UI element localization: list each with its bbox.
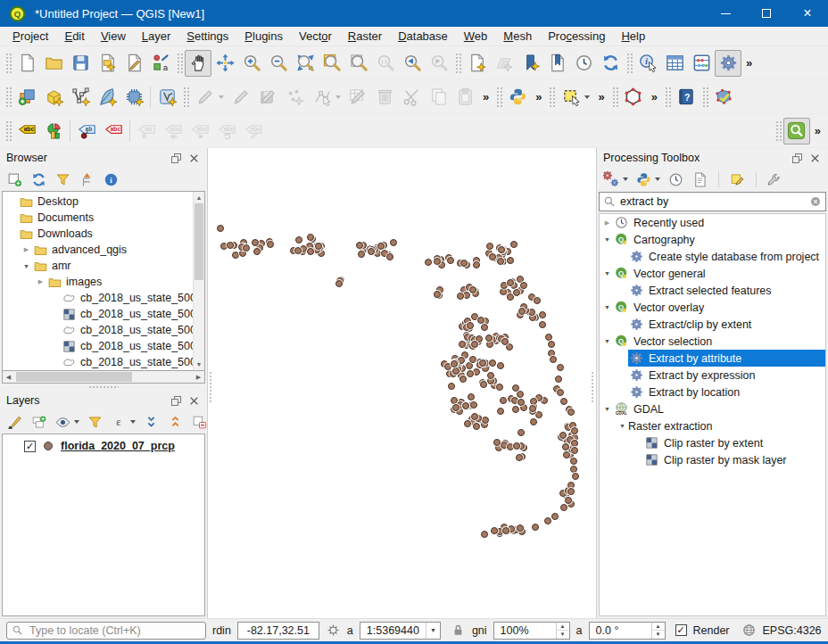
zoom-full-button[interactable] <box>292 50 319 77</box>
algorithm-item[interactable]: ▼QVector selection <box>600 333 825 350</box>
new-geopackage-button[interactable] <box>40 84 67 111</box>
python-console-button[interactable] <box>504 84 531 111</box>
chevron-down-icon[interactable]: ▼ <box>601 304 613 310</box>
zoom-to-layer-button[interactable] <box>345 50 372 77</box>
show-layout-manager-button[interactable] <box>120 50 147 77</box>
chevron-down-icon[interactable]: ▼ <box>617 423 628 429</box>
filter-browser-button[interactable] <box>54 171 71 188</box>
algorithm-item[interactable]: Extract by expression <box>600 367 825 384</box>
render-checkbox[interactable]: ✓ <box>675 624 687 636</box>
new-temporary-scratch-layer-button[interactable] <box>120 84 147 111</box>
algorithm-item[interactable]: ▼Raster extraction <box>600 417 825 434</box>
options-button[interactable] <box>766 171 783 188</box>
scroll-right-arrow-icon[interactable]: ▶ <box>193 374 204 381</box>
browser-item[interactable]: ▶images <box>3 274 204 290</box>
layer-item[interactable]: ✓ florida_2020_07_prcp <box>3 437 204 455</box>
dock-splitter-grip[interactable] <box>209 371 213 403</box>
menu-item-database[interactable]: Database <box>390 29 456 44</box>
layer-labeling-button[interactable]: abc <box>13 118 40 144</box>
browser-item[interactable]: cb_2018_us_state_500k.shp <box>3 290 204 306</box>
chevron-right-icon[interactable]: ▶ <box>35 278 46 285</box>
add-selected-layer-button[interactable] <box>6 171 23 188</box>
new-map-view-button[interactable] <box>463 50 490 77</box>
refresh-map-button[interactable] <box>597 50 624 77</box>
chevron-down-icon[interactable]: ▼ <box>21 263 32 269</box>
new-geojson-button[interactable] <box>94 84 120 111</box>
toolbar-handle[interactable] <box>454 52 461 75</box>
magnifier-spinbox[interactable]: 100% ▲▼ <box>493 622 570 640</box>
chevron-down-icon[interactable] <box>584 95 590 99</box>
toolbar-handle[interactable] <box>611 86 618 109</box>
browser-vertical-scrollbar[interactable]: ▲ ▼ <box>193 192 204 370</box>
save-project-button[interactable] <box>67 50 94 77</box>
properties-widget-button[interactable]: i <box>103 171 120 188</box>
chevron-down-icon[interactable] <box>335 95 341 99</box>
new-virtual-layer-button[interactable] <box>153 84 180 111</box>
osm-place-search-button[interactable] <box>783 118 810 144</box>
processing-toolbox-button[interactable] <box>715 50 741 77</box>
browser-item[interactable]: cb_2018_us_state_500k.shp.e <box>3 322 204 338</box>
menu-item-project[interactable]: Project <box>4 29 56 44</box>
crs-value[interactable]: EPSG:4326 <box>763 624 822 637</box>
new-print-layout-button[interactable] <box>94 50 120 77</box>
browser-item[interactable]: Downloads <box>3 226 204 242</box>
chevron-down-icon[interactable] <box>130 420 136 424</box>
algorithm-item[interactable]: Extract by location <box>600 384 825 400</box>
algorithm-item[interactable]: ▼QCartography <box>600 231 825 248</box>
chevron-down-icon[interactable] <box>655 178 660 181</box>
algorithm-item-selected[interactable]: Extract by attribute <box>600 350 825 367</box>
locator-input[interactable] <box>28 623 201 638</box>
browser-item[interactable]: Desktop <box>3 194 204 210</box>
layers-close-button[interactable] <box>187 394 201 408</box>
pan-map-button[interactable] <box>185 50 211 77</box>
toolbar-overflow-button[interactable]: » <box>741 56 757 70</box>
spin-arrows[interactable]: ▲▼ <box>556 623 569 639</box>
chevron-down-icon[interactable]: ▼ <box>601 236 613 243</box>
history-button[interactable] <box>667 171 684 188</box>
open-attribute-table-button[interactable] <box>661 50 688 77</box>
filter-expression-button[interactable]: ε <box>111 414 136 431</box>
toolbar-overflow-button[interactable]: » <box>531 90 546 103</box>
browser-float-button[interactable] <box>170 152 183 165</box>
dock-splitter-grip[interactable] <box>591 371 595 403</box>
refresh-browser-button[interactable] <box>30 171 47 188</box>
layer-name[interactable]: florida_2020_07_prcp <box>61 440 175 452</box>
temporal-controller-button[interactable] <box>570 50 597 77</box>
algorithm-item[interactable]: ▼QVector overlay <box>600 299 825 316</box>
processing-close-button[interactable] <box>808 152 822 165</box>
map-canvas[interactable] <box>208 148 596 618</box>
toolbar-overflow-button[interactable]: » <box>593 90 609 103</box>
chevron-down-icon[interactable]: ▼ <box>601 338 613 344</box>
highlight-labels-button[interactable]: abc <box>100 118 127 144</box>
menu-item-processing[interactable]: Processing <box>540 29 613 44</box>
layer-diagram-button[interactable] <box>40 118 67 144</box>
algorithm-item[interactable]: Extract selected features <box>600 282 825 299</box>
toolbar-handle[interactable] <box>774 120 782 143</box>
close-button[interactable]: × <box>787 0 828 27</box>
scroll-down-arrow-icon[interactable]: ▼ <box>194 359 204 370</box>
toolbar-handle[interactable] <box>664 86 671 109</box>
minimize-button[interactable] <box>705 0 746 27</box>
toolbar-overflow-button[interactable]: » <box>647 90 662 103</box>
data-source-manager-button[interactable] <box>13 84 40 111</box>
panel-splitter[interactable] <box>0 384 207 391</box>
toolbar-handle[interactable] <box>548 86 555 109</box>
python-scripts-button[interactable] <box>635 171 660 188</box>
chevron-down-icon[interactable] <box>219 95 224 99</box>
scroll-left-arrow-icon[interactable]: ◀ <box>3 374 14 381</box>
select-features-button[interactable] <box>557 84 593 111</box>
toolbar-handle[interactable] <box>176 52 183 75</box>
style-manager-button[interactable]: a <box>147 50 174 77</box>
coordinate-box[interactable]: -82.17,32.51 <box>237 622 319 640</box>
toolbar-handle[interactable] <box>4 52 12 75</box>
lock-scale-icon[interactable] <box>451 623 466 638</box>
new-project-button[interactable] <box>13 50 40 77</box>
clear-search-icon[interactable] <box>809 195 822 208</box>
help-contents-button[interactable]: ? <box>673 84 700 111</box>
maximize-button[interactable] <box>746 0 787 27</box>
menu-item-vector[interactable]: Vector <box>291 29 340 44</box>
identify-features-button[interactable]: i <box>634 50 661 77</box>
processing-float-button[interactable] <box>791 152 804 165</box>
open-layer-styling-button[interactable] <box>6 414 23 431</box>
pin-labels-button[interactable]: ab <box>73 118 100 144</box>
